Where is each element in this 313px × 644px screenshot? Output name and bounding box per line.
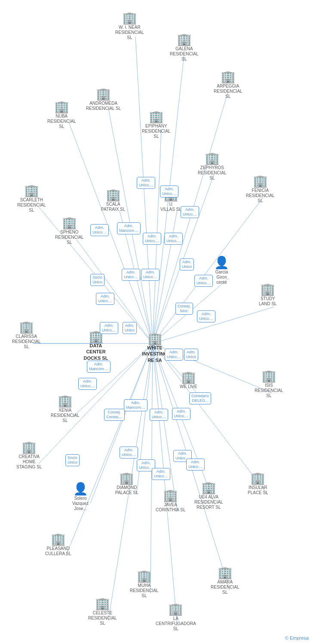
badge-adm-19[interactable]: Adm.Unico.... xyxy=(78,378,97,390)
spheno-label: SPHENO RESIDENCIAL SL xyxy=(55,230,84,245)
scala-patraix-label: SCALA PATRAIX SL xyxy=(101,202,125,212)
badge-adm-30[interactable]: Adm.Unico.... xyxy=(152,468,170,480)
badge-adm-13[interactable]: Adm.Unico.... xyxy=(96,293,114,305)
insular-place-icon: 🏢 xyxy=(250,472,265,484)
garcia-giron-node[interactable]: 👤 Garcia Giron cente xyxy=(214,257,229,285)
creativa-icon: 🏢 xyxy=(21,441,37,453)
data-center-label: DATA CENTER DOCKS SL xyxy=(84,343,108,361)
ue4-alva-label: UE4 ALVA RESIDENCIAL RESORT SL xyxy=(194,495,223,510)
badge-adm-unico-26[interactable]: Adm.Unico xyxy=(184,349,198,361)
amara-node[interactable]: 🏢 AMARA RESIDENCIAL SL xyxy=(211,567,239,595)
epiphany-icon: 🏢 xyxy=(149,111,164,123)
la-centrifugadora-icon: 🏢 xyxy=(168,603,183,615)
study-land-node[interactable]: 🏢 STUDY LAND SL xyxy=(259,283,277,307)
badge-adm-22[interactable]: Adm.Unico.... xyxy=(172,408,190,420)
clarissa-node[interactable]: 🏢 CLARISSA RESIDENCIAL SL xyxy=(12,321,41,349)
amara-label: AMARA RESIDENCIAL SL xyxy=(211,580,239,595)
ue4-alva-icon: 🏢 xyxy=(201,482,216,494)
nuba-node[interactable]: 🏢 NUBA RESIDENCIAL SL xyxy=(47,101,76,129)
svg-line-0 xyxy=(135,36,153,343)
badge-adm-1[interactable]: Adm.Unico.... xyxy=(137,177,155,189)
arpeggia-node[interactable]: 🏢 ARPEGGIA RESIDENCIAL SL xyxy=(214,71,242,99)
insular-place-node[interactable]: 🏢 INSULAR PLACE SL xyxy=(248,472,268,495)
badge-socio-2[interactable]: SocioÚnico xyxy=(65,454,80,466)
w-i-near-icon: 🏢 xyxy=(122,12,137,24)
scarleth-label: SCARLETH RESIDENCIAL SL xyxy=(17,197,46,213)
data-center-docks-node[interactable]: 🏢 DATA CENTER DOCKS SL xyxy=(79,331,113,361)
pleasand-cullera-node[interactable]: 🏢 PLEASAND CULLERA SL xyxy=(45,533,71,556)
spheno-node[interactable]: 🏢 SPHENO RESIDENCIAL SL xyxy=(55,217,84,245)
scarleth-node[interactable]: 🏢 SCARLETH RESIDENCIAL SL xyxy=(17,185,46,213)
badge-adm-8[interactable]: Adm.Unico xyxy=(180,258,194,270)
graph-container: 🏢 WHITE INVESTING RE SA 🏢 DATA CENTER DO… xyxy=(0,0,313,644)
badge-consejero[interactable]: ConsejeroDELEG... xyxy=(189,392,211,404)
badge-adm-6[interactable]: Adm.Unico.... xyxy=(143,233,161,245)
scala-patraix-icon: 🏢 xyxy=(106,189,121,201)
scala-patraix-node[interactable]: 🏢 SCALA PATRAIX SL xyxy=(101,189,125,212)
badge-adm-32[interactable]: Adm.Unico.... xyxy=(186,459,205,471)
xenia-icon: 🏢 xyxy=(58,395,73,407)
badge-socio-1[interactable]: SocioÚnico xyxy=(90,274,104,286)
creativa-node[interactable]: 🏢 CREATIVA HOME STAGING SL xyxy=(16,441,42,470)
garcia-giron-label: Garcia Giron cente xyxy=(215,270,228,285)
badge-adm-3[interactable]: Adm.Unico.... xyxy=(181,206,199,218)
study-land-icon: 🏢 xyxy=(260,283,275,295)
badge-adm-10[interactable]: Adm.Unico.... xyxy=(141,269,160,281)
badge-adm-2[interactable]: Adm.Unico.... xyxy=(160,185,178,197)
study-land-label: STUDY LAND SL xyxy=(259,296,277,307)
epiphany-label: EPIPHANY RESIDENCIAL SL xyxy=(142,124,171,139)
la-centrifugadora-node[interactable]: 🏢 LA CENTRIFUGADORA SL xyxy=(156,603,196,632)
arpeggia-icon: 🏢 xyxy=(221,71,236,83)
xenia-label: XENIA RESIDENCIAL SL xyxy=(51,408,80,423)
badge-adm-11[interactable]: Adm.Unico.... xyxy=(122,269,140,281)
svg-line-21 xyxy=(153,343,215,504)
ue4-alva-node[interactable]: 🏢 UE4 ALVA RESIDENCIAL RESORT SL xyxy=(194,482,223,510)
zephyros-node[interactable]: 🏢 ZEPHYROS RESIDENCIAL SL xyxy=(198,152,227,181)
clarissa-icon: 🏢 xyxy=(19,321,34,333)
badge-adm-15[interactable]: Adm.Unico.... xyxy=(197,310,215,322)
epiphany-node[interactable]: 🏢 EPIPHANY RESIDENCIAL SL xyxy=(142,111,171,139)
celeste-node[interactable]: 🏢 CELESTE RESIDENCIAL SL xyxy=(88,598,117,626)
celeste-label: CELESTE RESIDENCIAL SL xyxy=(88,611,117,626)
badge-mancom-1[interactable]: Adm.Mancom.... xyxy=(117,222,141,234)
solero-vazquez-node[interactable]: 👤 Solero Vazquez Jose... xyxy=(72,483,89,511)
isis-node[interactable]: 🏢 ISIS RESIDENCIAL SL xyxy=(255,370,283,398)
u-villas-label: U VILLAS SL xyxy=(160,202,181,212)
badge-adm-17[interactable]: Adm.Unico.... xyxy=(100,322,118,334)
badge-adm-27[interactable]: Adm.Unico.... xyxy=(120,447,138,459)
celeste-icon: 🏢 xyxy=(95,598,110,610)
w-i-near-label: W. I. NEAR RESIDENCIAL SL xyxy=(115,25,144,40)
badge-mancom-3[interactable]: Adm.Mancom.... xyxy=(124,399,147,411)
badge-consej-secr[interactable]: Consej.Secr. xyxy=(175,303,193,315)
badge-mancom-2[interactable]: Adm.Mancom.... xyxy=(87,361,110,373)
badge-adm-21[interactable]: Adm.Unico.... xyxy=(150,409,168,421)
fenicia-label: FENICIA RESIDENCIAL SL xyxy=(246,188,275,204)
badge-consej-consej[interactable]: Consej.Consej.... xyxy=(104,409,125,421)
diamond-palace-node[interactable]: 🏢 DIAMOND PALACE SL xyxy=(115,472,138,495)
spheno-icon: 🏢 xyxy=(62,217,77,229)
galena-node[interactable]: 🏢 GALENA RESIDENCIAL SL xyxy=(170,33,199,62)
svg-line-23 xyxy=(66,343,153,556)
pleasand-cullera-icon: 🏢 xyxy=(51,533,66,545)
muha-node[interactable]: 🏢 MUHA RESIDENCIAL SL xyxy=(130,570,159,598)
badge-adm-unico-16[interactable]: Adm.Unico xyxy=(123,322,137,334)
we-live-node[interactable]: 🏢 WE LIVE xyxy=(180,371,197,389)
andromeda-icon: 🏢 xyxy=(96,88,111,100)
fenicia-node[interactable]: 🏢 FENICIA RESIDENCIAL SL xyxy=(246,175,275,204)
pleasand-cullera-label: PLEASAND CULLERA SL xyxy=(45,546,71,556)
xenia-node[interactable]: 🏢 XENIA RESIDENCIAL SL xyxy=(51,395,80,423)
we-live-label: WE LIVE xyxy=(180,384,197,389)
la-centrifugadora-label: LA CENTRIFUGADORA SL xyxy=(156,616,196,632)
andromeda-node[interactable]: 🏢 ANDROMEDA RESIDENCIAL SL xyxy=(86,88,121,111)
badge-adm-7[interactable]: Adm.Unico.... xyxy=(164,233,183,245)
badge-adm-9[interactable]: Adm.Unico.... xyxy=(194,275,213,287)
fenicia-icon: 🏢 xyxy=(253,175,268,187)
svg-line-20 xyxy=(153,343,177,512)
w-i-near-node[interactable]: 🏢 W. I. NEAR RESIDENCIAL SL xyxy=(115,12,144,40)
javea-corinthia-node[interactable]: 🏢 JAVEA CORINTHIA SL xyxy=(156,489,185,513)
muha-label: MUHA RESIDENCIAL SL xyxy=(130,583,159,598)
badge-adm-5[interactable]: Adm.Unico.... xyxy=(90,224,109,236)
badge-adm-25[interactable]: Adm.Unico.... xyxy=(165,349,183,361)
galena-icon: 🏢 xyxy=(177,33,192,46)
scarleth-icon: 🏢 xyxy=(24,185,39,197)
